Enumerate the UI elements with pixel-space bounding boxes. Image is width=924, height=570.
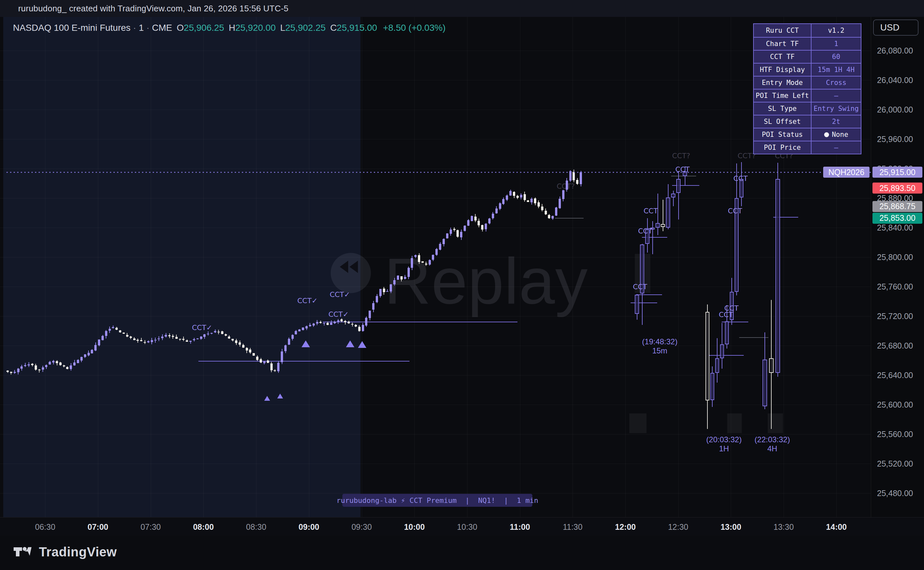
legend-open: 25,906.25: [184, 23, 224, 33]
candle: [531, 199, 533, 202]
cct-signal-label: CCT: [644, 207, 658, 215]
settings-row-cct-tf[interactable]: CCT TF60: [754, 50, 861, 63]
candle: [87, 353, 90, 355]
candle: [456, 230, 459, 237]
time-axis[interactable]: 06:3007:0007:3008:0008:3009:0009:3010:00…: [0, 517, 924, 536]
settings-row-sl-offset[interactable]: SL Offset2t: [754, 115, 861, 128]
htf-timestamp: (20:03:32)1H: [706, 435, 742, 453]
price-tick: 25,680.00: [877, 341, 913, 351]
candle: [122, 332, 125, 334]
price-tick: 25,960.00: [877, 135, 913, 144]
symbol-price-label: NQH2026: [823, 167, 869, 178]
price-axis-badge: 25,893.50: [872, 182, 922, 193]
candle: [386, 291, 389, 292]
candle: [6, 371, 9, 372]
candle: [425, 264, 427, 265]
candle: [274, 370, 276, 371]
indicator-level-line: [199, 361, 410, 362]
settings-value-text: 15m 1H 4H: [818, 66, 855, 74]
settings-row-entry-mode[interactable]: Entry ModeCross: [754, 76, 861, 89]
candle: [77, 360, 79, 363]
gridline-horizontal: [0, 464, 871, 464]
candle: [295, 331, 297, 334]
candle: [165, 335, 167, 337]
candle: [73, 363, 75, 365]
candle: [98, 339, 100, 345]
gridline-vertical: [151, 17, 151, 517]
candle: [333, 322, 336, 323]
htf-candle-wick: [673, 191, 674, 206]
candle: [242, 345, 245, 348]
cct-signal-label: CCT?: [557, 182, 575, 190]
settings-value-text: v1.2: [828, 27, 844, 34]
htf-candle: [776, 179, 780, 373]
candle: [249, 349, 251, 352]
candle: [492, 214, 494, 219]
candle: [572, 172, 575, 181]
time-tick: 09:30: [352, 522, 372, 532]
replay-rewind-icon: [331, 253, 371, 293]
tradingview-window: rurubudong_ created with TradingView.com…: [0, 0, 924, 570]
candle: [439, 244, 441, 250]
candle: [298, 329, 301, 331]
settings-row-poi-time-left[interactable]: POI Time Left–: [754, 89, 861, 102]
htf-candle: [661, 224, 665, 227]
settings-row-sl-type[interactable]: SL TypeEntry Swing: [754, 102, 861, 115]
candle: [446, 233, 448, 238]
candle: [246, 348, 248, 351]
candle: [435, 249, 438, 255]
candle: [291, 335, 294, 339]
candle: [288, 339, 290, 345]
cct-signal-label: CCT: [719, 311, 733, 319]
candle: [147, 341, 150, 342]
candle: [144, 342, 146, 343]
candle: [323, 323, 325, 323]
settings-row-poi-status[interactable]: POI StatusNone: [754, 128, 861, 141]
candle: [45, 365, 47, 367]
settings-value: –: [811, 141, 861, 154]
settings-value: 15m 1H 4H: [811, 64, 861, 76]
bottom-toolbar: TradingView: [0, 536, 924, 570]
price-axis-badge: 25,868.75: [872, 201, 922, 212]
candle: [362, 325, 364, 331]
candle: [91, 350, 93, 353]
signal-triangle-up-icon: [358, 341, 366, 348]
price-axis[interactable]: USD 26,080.0026,040.0026,000.0025,960.00…: [871, 17, 924, 536]
htf-candle: [710, 373, 714, 400]
gridline-vertical: [309, 17, 309, 517]
time-tick: 11:00: [509, 522, 530, 532]
candle: [477, 221, 480, 226]
candle: [383, 288, 385, 292]
candle: [84, 354, 86, 357]
candle: [548, 215, 550, 219]
settings-value-text: 60: [832, 53, 840, 61]
candle: [376, 296, 378, 302]
candle: [109, 329, 111, 331]
htf-candle: [705, 312, 709, 400]
candle: [397, 276, 399, 280]
currency-button[interactable]: USD: [873, 20, 918, 36]
candle: [281, 351, 283, 363]
settings-label: POI Time Left: [754, 89, 811, 102]
settings-row-chart-tf[interactable]: Chart TF1: [754, 37, 861, 50]
tradingview-logo-text: TradingView: [39, 545, 117, 559]
candle: [537, 202, 540, 207]
settings-row-poi-price[interactable]: POI Price–: [754, 141, 861, 154]
htf-candle: [720, 344, 724, 358]
tradingview-logo[interactable]: TradingView: [13, 544, 117, 559]
htf-candle: [763, 360, 767, 406]
candle: [545, 211, 547, 215]
candle: [509, 191, 512, 196]
settings-row-htf-display[interactable]: HTF Display15m 1H 4H: [754, 63, 861, 76]
cct-signal-label: CCT✓: [297, 297, 318, 305]
candle: [66, 367, 69, 369]
settings-row-ruru-cct[interactable]: Ruru CCTv1.2: [754, 24, 861, 37]
signal-triangle-up-icon: [301, 340, 310, 347]
candle: [474, 217, 477, 221]
candle: [372, 303, 375, 310]
settings-value: None: [811, 129, 861, 141]
chart-legend[interactable]: NASDAQ 100 E-mini Futures·1·CMEO25,906.2…: [13, 23, 445, 33]
settings-value-text: Entry Swing: [814, 105, 858, 112]
price-tick: 25,840.00: [877, 223, 913, 233]
candle: [355, 325, 357, 326]
